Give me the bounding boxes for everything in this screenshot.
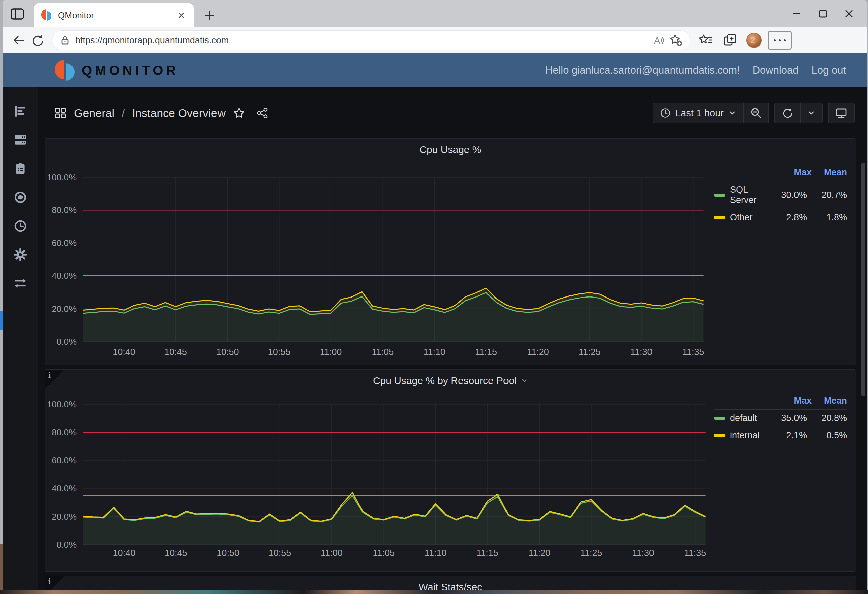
refresh-controls xyxy=(775,103,822,123)
legend-series-name[interactable]: internal xyxy=(730,430,765,441)
sidebar-history-icon[interactable] xyxy=(13,219,27,233)
breadcrumb-title: Instance Overview xyxy=(132,106,226,119)
legend-row[interactable]: Other2.8%1.8% xyxy=(714,209,847,226)
lock-icon xyxy=(61,35,70,46)
panel-wait-stats: i Wait Stats/sec xyxy=(45,576,856,590)
collections-icon[interactable] xyxy=(721,31,740,50)
panel-title-row[interactable]: Wait Stats/sec xyxy=(45,576,856,590)
legend-row[interactable]: SQL Server30.0%20.7% xyxy=(714,181,847,209)
dashboard-controls: Last 1 hour xyxy=(652,103,855,123)
chevron-down-icon xyxy=(728,109,737,117)
url-text[interactable]: https://qmonitorapp.quantumdatis.com xyxy=(75,35,652,46)
share-icon[interactable] xyxy=(256,107,268,119)
window-minimize-icon[interactable] xyxy=(784,4,810,24)
sidebar-monitoring-icon[interactable] xyxy=(13,190,27,204)
new-tab-icon[interactable] xyxy=(203,9,217,22)
window-maximize-icon[interactable] xyxy=(810,4,836,24)
svg-text:60.0%: 60.0% xyxy=(52,455,77,466)
download-link[interactable]: Download xyxy=(753,65,799,77)
page-scrollbar-thumb[interactable] xyxy=(861,163,865,396)
svg-text:10:45: 10:45 xyxy=(165,548,187,558)
panel-cpu-usage: Cpu Usage % 0.0%20.0%40.0%60.0%80.0%100.… xyxy=(45,138,856,365)
star-icon[interactable] xyxy=(233,107,245,119)
refresh-button[interactable] xyxy=(775,103,800,122)
reload-icon[interactable] xyxy=(28,31,47,50)
svg-text:10:55: 10:55 xyxy=(269,548,291,558)
favorites-icon[interactable] xyxy=(696,31,715,50)
desktop-edge-blue xyxy=(0,311,3,330)
qmonitor-logo-icon xyxy=(55,60,77,81)
legend-series-name[interactable]: SQL Server xyxy=(730,185,765,205)
tab-actions-menu-icon[interactable] xyxy=(10,7,25,21)
add-favorite-icon[interactable] xyxy=(668,32,684,49)
panel-title-row[interactable]: Cpu Usage % by Resource Pool xyxy=(45,370,856,392)
dashboards-grid-icon[interactable] xyxy=(55,107,66,119)
legend-mean-value: 1.8% xyxy=(812,212,847,223)
panel-title-row[interactable]: Cpu Usage % xyxy=(45,139,856,161)
svg-text:100.0%: 100.0% xyxy=(47,399,77,409)
panel-title[interactable]: Cpu Usage % by Resource Pool xyxy=(373,375,517,386)
breadcrumb-folder[interactable]: General xyxy=(74,106,114,119)
legend-row[interactable]: default35.0%20.8% xyxy=(714,409,847,427)
svg-text:80.0%: 80.0% xyxy=(52,205,77,215)
zoom-out-icon xyxy=(750,107,762,118)
legend-column-max[interactable]: Max xyxy=(774,396,812,406)
svg-text:100.0%: 100.0% xyxy=(47,172,77,182)
svg-text:11:35: 11:35 xyxy=(682,347,704,357)
legend-swatch xyxy=(714,434,725,437)
svg-text:10:40: 10:40 xyxy=(112,347,135,357)
qmonitor-logo-text: QMONITOR xyxy=(81,63,179,78)
svg-text:11:30: 11:30 xyxy=(630,347,652,357)
legend-series-name[interactable]: Other xyxy=(730,212,765,223)
legend-max-value: 35.0% xyxy=(769,413,807,423)
cpu-usage-by-pool-legend: MaxMeandefault35.0%20.8%internal2.1%0.5% xyxy=(714,394,847,444)
header-links: Hello gianluca.sartori@quantumdatis.com!… xyxy=(545,65,846,77)
breadcrumb: General / Instance Overview xyxy=(55,106,268,119)
legend-column-mean[interactable]: Mean xyxy=(812,167,847,178)
legend-column-max[interactable]: Max xyxy=(774,167,812,178)
legend-max-value: 2.1% xyxy=(769,430,807,441)
qmonitor-logo[interactable]: QMONITOR xyxy=(55,60,179,81)
back-icon[interactable] xyxy=(9,31,28,50)
dashboard-toolbar: General / Instance Overview xyxy=(38,87,867,138)
read-aloud-icon[interactable]: A xyxy=(652,32,668,49)
desktop-edge-brown xyxy=(0,544,3,590)
browser-tab[interactable]: QMonitor xyxy=(34,3,194,27)
window-controls xyxy=(784,0,862,27)
cycle-view-button[interactable] xyxy=(828,103,854,122)
sidebar-exchange-icon[interactable] xyxy=(13,276,27,290)
legend-column-mean[interactable]: Mean xyxy=(812,396,847,406)
panel-title[interactable]: Cpu Usage % xyxy=(419,144,481,155)
svg-text:11:05: 11:05 xyxy=(372,347,394,357)
window-close-icon[interactable] xyxy=(836,4,862,24)
profile-avatar[interactable] xyxy=(746,33,762,48)
time-range-label: Last 1 hour xyxy=(675,108,724,118)
legend-header: MaxMean xyxy=(714,394,847,409)
legend-mean-value: 0.5% xyxy=(812,430,847,441)
svg-text:10:40: 10:40 xyxy=(113,548,136,558)
svg-text:11:20: 11:20 xyxy=(527,347,549,357)
panel-title[interactable]: Wait Stats/sec xyxy=(419,581,483,590)
address-bar[interactable]: https://qmonitorapp.quantumdatis.com A xyxy=(52,30,690,50)
sidebar-servers-icon[interactable] xyxy=(13,133,27,147)
svg-text:11:15: 11:15 xyxy=(477,548,499,558)
refresh-interval-button[interactable] xyxy=(800,103,822,122)
tab-close-icon[interactable] xyxy=(176,10,186,21)
sidebar-reports-icon[interactable] xyxy=(13,162,27,175)
svg-text:11:25: 11:25 xyxy=(579,347,601,357)
panel-cpu-usage-by-pool: i Cpu Usage % by Resource Pool 0.0%20.0%… xyxy=(45,369,856,572)
zoom-out-button[interactable] xyxy=(743,103,768,122)
legend-series-name[interactable]: default xyxy=(730,413,765,423)
svg-text:10:55: 10:55 xyxy=(268,347,291,357)
legend-swatch xyxy=(714,417,725,420)
logout-link[interactable]: Log out xyxy=(812,65,846,77)
svg-text:11:20: 11:20 xyxy=(528,548,551,558)
dashboard-scroll-area: General / Instance Overview xyxy=(38,87,867,590)
svg-text:40.0%: 40.0% xyxy=(52,271,77,281)
browser-menu-icon[interactable] xyxy=(768,31,792,50)
sidebar-settings-icon[interactable] xyxy=(13,248,27,262)
legend-row[interactable]: internal2.1%0.5% xyxy=(714,427,847,444)
sidebar-dashboards-icon[interactable] xyxy=(13,104,27,118)
svg-text:11:00: 11:00 xyxy=(320,347,342,357)
time-range-picker[interactable]: Last 1 hour xyxy=(653,103,743,122)
